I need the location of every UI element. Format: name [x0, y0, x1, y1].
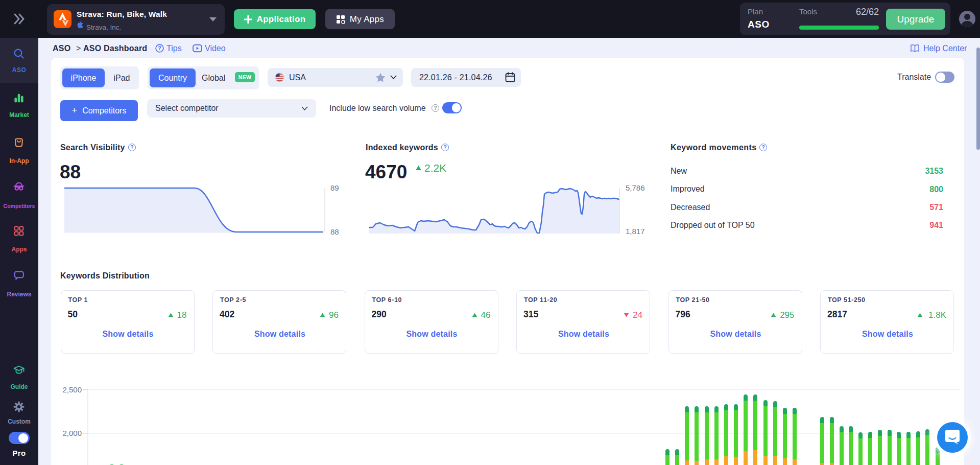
svg-text:89: 89 [330, 184, 339, 192]
svg-text:2,000: 2,000 [62, 429, 82, 437]
svg-text:1,817: 1,817 [626, 227, 645, 235]
svg-text:2,500: 2,500 [62, 385, 82, 394]
svg-text:5,786: 5,786 [626, 184, 645, 192]
svg-text:?: ? [158, 45, 161, 51]
svg-text:88: 88 [330, 227, 339, 235]
